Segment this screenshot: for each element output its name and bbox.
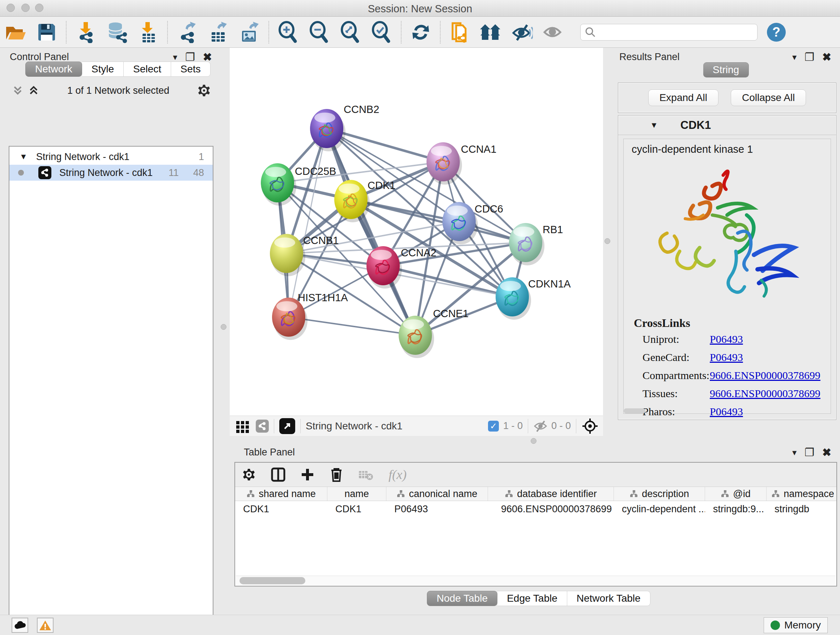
memory-button[interactable]: Memory <box>764 617 828 633</box>
import-table-icon[interactable] <box>136 21 159 44</box>
column-header-name[interactable]: name <box>327 487 386 501</box>
export-network-icon[interactable] <box>175 21 199 44</box>
node-CCNE1[interactable]: CCNE1 <box>399 308 469 358</box>
tab-string[interactable]: String <box>703 62 749 78</box>
cell-description[interactable]: cyclin-dependent ... <box>614 501 705 517</box>
column-header-shared-name[interactable]: shared name <box>235 487 327 501</box>
cell-name[interactable]: CDK1 <box>327 501 386 517</box>
zoom-out-icon[interactable] <box>308 21 331 44</box>
table-hscrollbar-thumb[interactable] <box>240 577 305 584</box>
delete-column-icon[interactable] <box>329 467 344 483</box>
refresh-icon[interactable] <box>409 21 432 44</box>
results-scrollbar-thumb[interactable] <box>624 409 645 413</box>
create-column-icon[interactable] <box>300 467 315 482</box>
expand-all-button[interactable]: Expand All <box>648 89 718 106</box>
crosslink-tissues[interactable]: 9606.ENSP00000378699 <box>710 387 821 400</box>
table-gear-icon[interactable] <box>242 467 256 482</box>
node-CDK1[interactable]: CDK1 <box>334 180 395 222</box>
gear-icon[interactable] <box>197 83 211 98</box>
panel-collapse-icon[interactable]: ▾ <box>173 52 177 62</box>
node-CDKN1A[interactable]: CDKN1A <box>496 277 571 320</box>
protein-card-header[interactable]: ▼ CDK1 <box>618 116 836 135</box>
hidden-count: 0 - 0 <box>551 420 571 432</box>
zoom-in-icon[interactable] <box>277 21 300 44</box>
panel-collapse-icon[interactable]: ▾ <box>792 448 797 458</box>
zoom-selected-icon[interactable] <box>370 21 393 44</box>
panel-float-icon[interactable]: ❐ <box>805 51 814 63</box>
node-label-CCNA2: CCNA2 <box>401 247 436 258</box>
collapse-all-button[interactable]: Collapse All <box>731 89 806 106</box>
control-panel-tabs: Network Style Select Sets <box>25 62 210 77</box>
network-snapshot-icon[interactable] <box>448 21 471 44</box>
node-CCNA1[interactable]: CCNA1 <box>426 142 496 185</box>
column-type-icon <box>771 489 780 498</box>
network-canvas[interactable]: CCNB2CCNA1CDC25BCDK1CDC6RB1CCNB1CCNA2CDK… <box>230 48 603 416</box>
crosslink-genecard[interactable]: P06493 <box>710 351 821 363</box>
show-all-icon[interactable] <box>542 21 565 44</box>
cloud-button[interactable] <box>11 618 28 633</box>
export-table-icon[interactable] <box>207 21 230 44</box>
zoom-fit-icon[interactable] <box>339 21 362 44</box>
export-image-icon[interactable] <box>238 21 261 44</box>
selected-checkbox-icon[interactable]: ✓ <box>488 421 499 432</box>
save-session-icon[interactable] <box>35 21 58 44</box>
network-collection-row[interactable]: ▼ String Network - cdk1 1 <box>9 149 213 165</box>
column-header-database-identifier[interactable]: database identifier <box>488 487 614 501</box>
right-splitter-handle[interactable] <box>605 238 610 244</box>
search-input[interactable] <box>596 27 748 38</box>
cell-shared-name[interactable]: CDK1 <box>235 501 327 517</box>
table-hscrollbar[interactable] <box>236 576 836 585</box>
crosslink-pharos[interactable]: P06493 <box>710 405 821 418</box>
panel-close-icon[interactable]: ✖ <box>822 51 831 63</box>
cell-database-identifier[interactable]: 9606.ENSP00000378699 <box>488 501 614 517</box>
tab-edge-table[interactable]: Edge Table <box>497 591 567 606</box>
grid-view-icon[interactable] <box>235 418 251 434</box>
panel-float-icon[interactable]: ❐ <box>805 446 814 459</box>
column-header-id[interactable]: @id <box>705 487 767 501</box>
tab-network[interactable]: Network <box>25 62 82 77</box>
crosslink-compartments[interactable]: 9606.ENSP00000378699 <box>710 369 821 382</box>
warnings-button[interactable] <box>37 618 54 633</box>
crosslink-uniprot[interactable]: P06493 <box>710 333 821 345</box>
panel-collapse-icon[interactable]: ▾ <box>792 52 797 62</box>
tab-sets[interactable]: Sets <box>171 62 210 77</box>
table-row[interactable]: CDK1 CDK1 P06493 9606.ENSP00000378699 cy… <box>235 501 836 517</box>
import-network-icon[interactable] <box>74 21 97 44</box>
column-header-description[interactable]: description <box>614 487 705 501</box>
cytoscape-window: Session: New Session <box>0 0 840 635</box>
first-neighbors-icon[interactable] <box>479 21 502 44</box>
node-RB1[interactable]: RB1 <box>509 223 563 265</box>
show-columns-icon[interactable] <box>271 467 286 482</box>
collapse-triangle-icon[interactable]: ▼ <box>650 120 658 130</box>
bottom-splitter-handle[interactable] <box>531 438 537 444</box>
tab-network-table[interactable]: Network Table <box>567 591 651 606</box>
tab-style[interactable]: Style <box>82 62 124 77</box>
toolbar-search[interactable] <box>580 24 758 41</box>
expand-all-chevron-icon[interactable] <box>27 85 40 96</box>
import-network-database-icon[interactable] <box>105 21 128 44</box>
cell-id[interactable]: stringdb:9... <box>705 501 767 517</box>
tab-node-table[interactable]: Node Table <box>427 591 497 606</box>
control-panel-title: Control Panel <box>10 51 69 63</box>
edge-HIST1H1A-CCNE1[interactable] <box>289 317 415 335</box>
node-CDC6[interactable]: CDC6 <box>442 202 503 244</box>
cell-canonical-name[interactable]: P06493 <box>386 501 488 517</box>
cell-namespace[interactable]: stringdb <box>767 501 837 517</box>
hide-selected-icon[interactable] <box>510 21 534 44</box>
left-splitter-handle[interactable] <box>221 324 226 330</box>
string-view-icon[interactable] <box>256 420 269 432</box>
column-header-canonical-name[interactable]: canonical name <box>386 487 488 501</box>
node-CCNB1[interactable]: CCNB1 <box>270 234 339 276</box>
panel-close-icon[interactable]: ✖ <box>822 446 831 459</box>
node-label-RB1: RB1 <box>543 224 563 235</box>
detach-view-icon[interactable] <box>279 418 295 434</box>
node-HIST1H1A[interactable]: HIST1H1A <box>272 292 348 340</box>
tab-select[interactable]: Select <box>124 62 171 77</box>
tree-expand-icon[interactable]: ▼ <box>19 152 27 162</box>
open-session-icon[interactable] <box>4 21 27 44</box>
network-row-selected[interactable]: String Network - cdk1 11 48 <box>9 165 213 181</box>
help-button[interactable]: ? <box>767 23 786 42</box>
collapse-all-chevron-icon[interactable] <box>11 85 24 96</box>
birdseye-icon[interactable] <box>581 417 599 435</box>
column-header-namespace[interactable]: namespace <box>767 487 837 501</box>
